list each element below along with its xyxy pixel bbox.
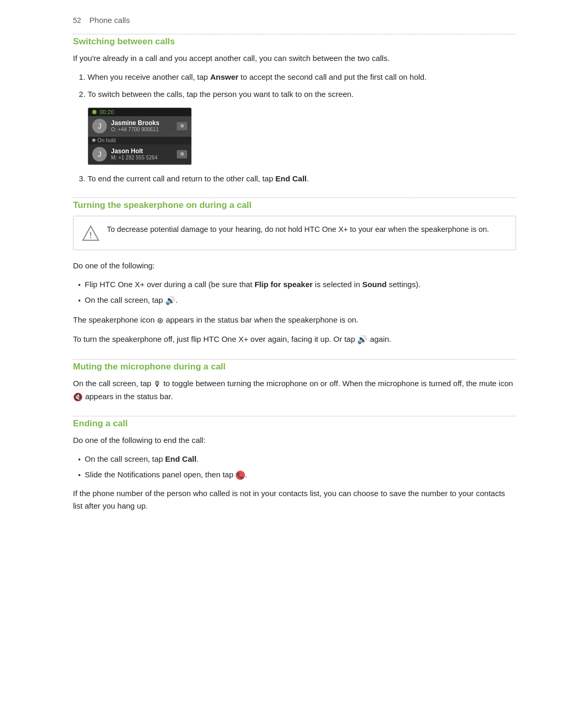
heading-speakerphone: Turning the speakerphone on during a cal… (73, 200, 516, 211)
section-muting: Muting the microphone during a call On t… (73, 362, 516, 403)
section-divider-1 (73, 34, 516, 34)
step-2: To switch between the calls, tap the per… (88, 88, 516, 101)
bullet-notifications-panel: Slide the Notifications panel open, then… (78, 468, 516, 481)
avatar-jasmine: J (92, 119, 107, 133)
page-number: 52 (73, 16, 81, 24)
step-1-bold: Answer (210, 72, 238, 81)
speakerphone-status-text: The speakerphone icon ⊛ appears in the s… (73, 314, 516, 327)
muting-text: On the call screen, tap 🎙 to toggle betw… (73, 377, 516, 403)
speakerphone-bullets: Flip HTC One X+ over during a call (be s… (78, 278, 516, 307)
action-btn-jasmine: ⊞ (177, 122, 187, 130)
avatar-jason-letter: J (98, 150, 102, 158)
step-3-bold: End Call (275, 174, 307, 183)
bullet-tap-speaker-text: On the call screen, tap 🔊. (85, 294, 178, 307)
speaker-icon-2: 🔊 (357, 333, 368, 347)
step-1-text: When you receive another call, tap Answe… (88, 72, 426, 81)
call-time: 00:20 (100, 109, 114, 115)
jason-number: M: +1 282 555 5264 (111, 155, 173, 161)
jasmine-info: Jasmine Brooks O: +44 7700 900611 (111, 119, 173, 132)
muting-text-mid: to toggle between turning the microphone… (163, 379, 513, 388)
heading-switching-calls: Switching between calls (73, 36, 516, 47)
mic-icon: 🎙 (153, 378, 161, 390)
muting-text-after: appears in the status bar. (85, 392, 173, 401)
call-status-bar: 00:20 (88, 108, 191, 116)
turn-off-prefix: To turn the speakerphone off, just flip … (73, 335, 355, 343)
bullet-tap-speaker: On the call screen, tap 🔊. (78, 294, 516, 307)
action-icon: ⊞ (180, 124, 184, 128)
jason-info: Jason Holt M: +1 282 555 5264 (111, 147, 173, 161)
action-icon-2: ⊞ (180, 152, 184, 156)
speakerphone-status-after: appears in the status bar when the speak… (166, 315, 358, 324)
end-call-bold: End Call (165, 454, 197, 463)
jasmine-number: O: +44 7700 900611 (111, 127, 173, 132)
speakerphone-intro: Do one of the following: (73, 260, 516, 272)
held-caller-row: J Jason Holt M: +1 282 555 5264 ⊞ (88, 144, 191, 165)
ending-closing-text: If the phone number of the person who ca… (73, 487, 516, 512)
muting-text-prefix: On the call screen, tap (73, 379, 151, 388)
flip-for-speaker-bold: Flip for speaker (254, 280, 313, 289)
section-divider-2 (73, 198, 516, 198)
call-screenshot: 00:20 J Jasmine Brooks O: +44 7700 90061… (88, 107, 192, 165)
switching-step-3-list: To end the current call and return to th… (88, 172, 516, 186)
step-3: To end the current call and return to th… (88, 172, 516, 186)
bullet-end-call-screen-text: On the call screen, tap End Call. (85, 453, 199, 465)
jasmine-name: Jasmine Brooks (111, 119, 173, 127)
speakerphone-status-prefix: The speakerphone icon (73, 315, 155, 324)
action-btn-jason: ⊞ (177, 150, 187, 158)
warning-icon: ! (82, 225, 100, 242)
jason-name: Jason Holt (111, 147, 173, 155)
speakerphone-turn-off-text: To turn the speakerphone off, just flip … (73, 333, 516, 347)
section-switching-calls: Switching between calls If you're alread… (73, 36, 516, 185)
bullet-end-call-screen: On the call screen, tap End Call. (78, 453, 516, 465)
call-screenshot-container: 00:20 J Jasmine Brooks O: +44 7700 90061… (88, 107, 516, 165)
speaker-icon: 🔊 (165, 294, 176, 307)
step-3-text: To end the current call and return to th… (88, 174, 309, 183)
on-hold-label: On hold (88, 137, 191, 144)
section-speakerphone: Turning the speakerphone on during a cal… (73, 200, 516, 347)
bullet-flip: Flip HTC One X+ over during a call (be s… (78, 278, 516, 291)
section-divider-4 (73, 416, 516, 416)
page-header-label: Phone calls (90, 16, 130, 24)
sound-bold: Sound (362, 280, 387, 289)
warning-text: To decrease potential damage to your hea… (107, 224, 489, 236)
active-caller-row: J Jasmine Brooks O: +44 7700 900611 ⊞ (88, 116, 191, 137)
bullet-notifications-text: Slide the Notifications panel open, then… (85, 468, 248, 481)
heading-ending-call: Ending a call (73, 418, 516, 429)
on-hold-text: On hold (97, 138, 116, 143)
page-header: 52 Phone calls (73, 16, 516, 24)
muted-mic-icon: 🔇 (73, 391, 83, 403)
switching-steps: When you receive another call, tap Answe… (88, 71, 516, 101)
bullet-flip-text: Flip HTC One X+ over during a call (be s… (85, 278, 421, 291)
on-hold-dot (92, 139, 95, 142)
step-2-text: To switch between the calls, tap the per… (88, 90, 353, 98)
speakerphone-circle-icon: ⊛ (157, 314, 164, 327)
section-divider-3 (73, 359, 516, 360)
section-ending-call: Ending a call Do one of the following to… (73, 418, 516, 512)
warning-box: ! To decrease potential damage to your h… (73, 216, 516, 250)
avatar-jason: J (92, 147, 107, 162)
switching-intro: If you're already in a call and you acce… (73, 52, 516, 65)
active-dot (92, 110, 96, 114)
svg-text:!: ! (89, 231, 92, 240)
ending-bullets: On the call screen, tap End Call. Slide … (78, 453, 516, 481)
heading-muting: Muting the microphone during a call (73, 362, 516, 372)
step-1: When you receive another call, tap Answe… (88, 71, 516, 84)
avatar-jasmine-letter: J (98, 122, 102, 130)
end-call-red-icon: 📞 (236, 471, 245, 480)
turn-off-after: again. (370, 335, 391, 343)
ending-intro: Do one of the following to end the call: (73, 434, 516, 447)
